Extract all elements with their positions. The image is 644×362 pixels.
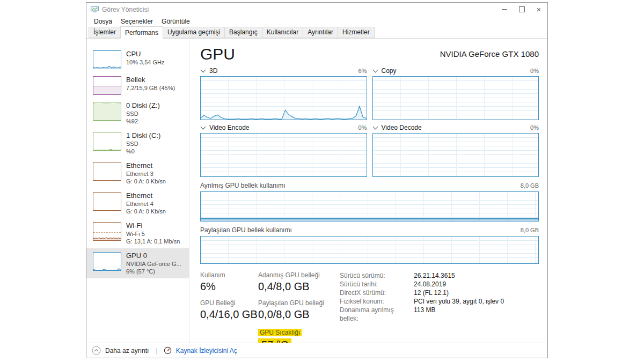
detail-directx-version: DirectX sürümü: 12 (FL 12.1) <box>340 289 504 297</box>
window-title: Görev Yöneticisi <box>102 6 149 13</box>
detail-driver-version: Sürücü sürümü: 26.21.14.3615 <box>340 271 504 280</box>
engine-video-decode-value: 0% <box>530 124 539 131</box>
sidebar-gpu-title: GPU 0 <box>126 251 181 260</box>
menu-file[interactable]: Dosya <box>90 18 116 25</box>
title-bar: Görev Yöneticisi × <box>86 3 547 16</box>
usage-label: Kullanım <box>200 271 258 279</box>
sidebar-item-cpu[interactable]: CPU 10% 3,54 GHz <box>86 47 189 72</box>
sidebar-disk-z-title: 0 Diski (Z:) <box>126 101 160 110</box>
detail-physical-location: Fiziksel konum: PCI veri yolu 39, aygıt … <box>340 297 504 306</box>
sidebar-disk-z-usage: %92 <box>126 117 160 125</box>
sidebar-ethernet-3-name: Ethernet 3 <box>126 170 166 178</box>
gpu-copy-chart[interactable] <box>372 76 539 120</box>
dedicated-memory-chart-label: Ayrılmış GPU bellek kullanımı <box>200 182 286 189</box>
memory-mini-chart <box>93 76 121 95</box>
sidebar-wifi-stats: G: 13,1 A: 0,1 Mb/sn <box>126 238 180 245</box>
gpu-video-encode-chart[interactable] <box>200 133 367 177</box>
app-icon <box>91 6 99 13</box>
shared-memory-max: 8,0 GB <box>521 227 539 233</box>
driver-details: Sürücü sürümü: 26.21.14.3615 Sürücü tari… <box>340 271 504 343</box>
gpu-mini-chart <box>93 252 121 271</box>
ethernet-3-mini-chart <box>93 162 121 181</box>
sidebar-memory-stats: 7,2/15,9 GB (45%) <box>126 84 175 92</box>
sidebar-item-disk-z[interactable]: 0 Diski (Z:) SSD %92 <box>86 98 189 128</box>
sidebar-disk-c-usage: %0 <box>126 147 160 155</box>
desktop-background: Görev Yöneticisi × Dosya Seçenekler Görü… <box>0 0 644 362</box>
sidebar-cpu-stats: 10% 3,54 GHz <box>126 58 165 66</box>
engine-video-encode-label[interactable]: Video Encode <box>209 124 250 131</box>
resource-monitor-icon[interactable] <box>164 346 172 354</box>
tab-services[interactable]: Hizmetler <box>338 27 375 38</box>
maximize-icon <box>519 6 525 12</box>
footer-bar: Daha az ayrıntı | Kaynak İzleyicisini Aç <box>86 343 547 358</box>
dedicated-memory-label: Adanmış GPU belleği <box>258 271 340 279</box>
tab-performance[interactable]: Performans <box>120 26 163 39</box>
close-button[interactable]: × <box>530 3 547 16</box>
shared-memory-label: Paylaşılan GPU belleği <box>258 299 340 307</box>
menu-options[interactable]: Seçenekler <box>116 18 157 25</box>
sidebar-ethernet-3-title: Ethernet <box>126 161 166 170</box>
sidebar-item-ethernet-4[interactable]: Ethernet Ethernet 4 G: 0 A: 0 Kb/sn <box>86 188 189 218</box>
gpu-3d-chart[interactable] <box>200 76 367 120</box>
shared-memory-value: 0,0/8,0 GB <box>258 308 340 321</box>
tab-bar: İşlemler Performans Uygulama geçmişi Baş… <box>86 26 547 39</box>
detail-hardware-reserved-memory: Donanıma ayrılmış bellek: 113 MB <box>340 306 504 323</box>
gpu-temperature-label: GPU Sıcaklığı <box>258 329 302 336</box>
shared-memory-chart-label: Paylaşılan GPU bellek kullanımı <box>200 226 292 234</box>
tab-processes[interactable]: İşlemler <box>89 27 121 38</box>
tab-app-history[interactable]: Uygulama geçmişi <box>163 27 225 38</box>
gpu-memory-label: GPU Belleği <box>200 299 258 307</box>
sidebar-ethernet-3-stats: G: 0 A: 0 Kb/sn <box>126 178 166 185</box>
sidebar-item-gpu[interactable]: GPU 0 NVIDIA GeForce G... 6% (57 °C) <box>86 248 189 278</box>
tab-users[interactable]: Kullanıcılar <box>262 27 303 38</box>
engine-3d-value: 6% <box>358 68 367 74</box>
engine-copy-value: 0% <box>530 68 539 74</box>
dedicated-memory-max: 8,0 GB <box>521 182 539 189</box>
sidebar-item-disk-c[interactable]: 1 Diski (C:) SSD %0 <box>86 128 189 158</box>
usage-value: 6% <box>200 280 258 293</box>
sidebar-item-memory[interactable]: Bellek 7,2/15,9 GB (45%) <box>86 72 189 98</box>
disk-z-mini-chart <box>93 102 121 121</box>
engine-copy-label[interactable]: Copy <box>382 67 397 75</box>
chevron-down-icon[interactable] <box>372 124 378 130</box>
gpu-video-decode-chart[interactable] <box>372 133 539 177</box>
less-details-button[interactable]: Daha az ayrıntı <box>105 347 149 354</box>
window-controls: × <box>496 3 547 16</box>
open-resource-monitor-link[interactable]: Kaynak İzleyicisini Aç <box>176 347 237 354</box>
sidebar-item-wifi[interactable]: Wi-Fi Wi-Fi 5 G: 13,1 A: 0,1 Mb/sn <box>86 218 189 248</box>
dedicated-memory-usage-strip <box>201 218 538 221</box>
sidebar-ethernet-4-name: Ethernet 4 <box>126 200 166 208</box>
tab-startup[interactable]: Başlangıç <box>224 27 262 38</box>
sidebar-wifi-name: Wi-Fi 5 <box>126 230 180 238</box>
shared-memory-chart[interactable] <box>200 236 539 264</box>
dedicated-memory-chart[interactable] <box>200 191 539 221</box>
sidebar-cpu-title: CPU <box>126 49 165 58</box>
sidebar-gpu-name: NVIDIA GeForce G... <box>126 260 181 268</box>
chevron-up-circle-icon[interactable] <box>92 346 101 355</box>
sidebar-wifi-title: Wi-Fi <box>126 221 180 230</box>
wifi-mini-chart <box>93 222 121 241</box>
gpu-device-name: NVIDIA GeForce GTX 1080 <box>440 49 539 58</box>
menu-view[interactable]: Görüntüle <box>157 18 194 25</box>
minimize-button[interactable] <box>496 3 513 16</box>
chevron-down-icon[interactable] <box>201 68 206 73</box>
dedicated-memory-value: 0,4/8,0 GB <box>258 280 340 293</box>
chevron-down-icon[interactable] <box>372 68 378 73</box>
sidebar-disk-z-type: SSD <box>126 110 160 117</box>
performance-content: CPU 10% 3,54 GHz Bellek 7,2/15,9 GB (45%… <box>86 39 547 343</box>
maximize-button[interactable] <box>513 3 530 16</box>
task-manager-window: Görev Yöneticisi × Dosya Seçenekler Görü… <box>86 2 548 358</box>
sidebar-disk-c-title: 1 Diski (C:) <box>126 131 160 140</box>
sidebar-item-ethernet-3[interactable]: Ethernet Ethernet 3 G: 0 A: 0 Kb/sn <box>86 158 189 188</box>
engine-video-decode-label[interactable]: Video Decode <box>382 124 422 131</box>
disk-z-fill <box>93 104 121 120</box>
sidebar-ethernet-4-stats: G: 0 A: 0 Kb/sn <box>126 208 166 215</box>
sidebar-memory-title: Bellek <box>126 75 175 84</box>
tab-details[interactable]: Ayrıntılar <box>303 27 338 38</box>
sidebar-ethernet-4-title: Ethernet <box>126 191 166 200</box>
engine-3d-label[interactable]: 3D <box>209 67 217 75</box>
chevron-down-icon[interactable] <box>201 124 206 130</box>
memory-fill <box>93 86 121 94</box>
footer-separator: | <box>155 346 157 354</box>
detail-driver-date: Sürücü tarihi: 24.08.2019 <box>340 280 504 289</box>
